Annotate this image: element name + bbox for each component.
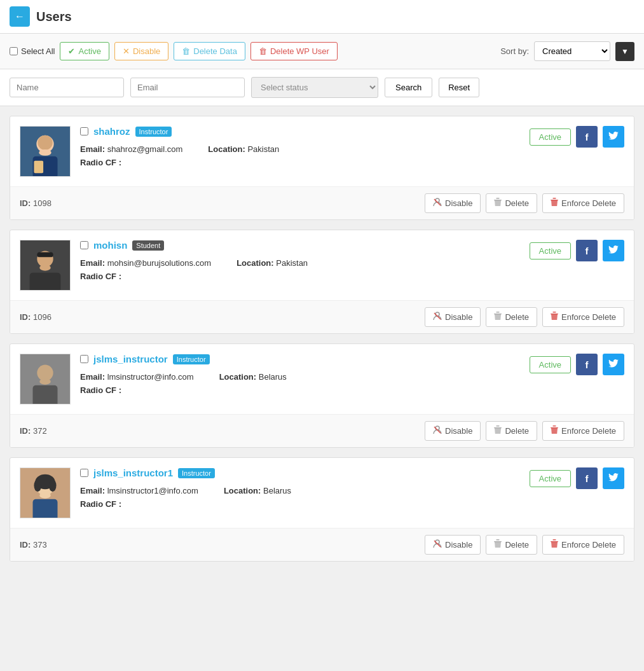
svg-rect-36 (33, 499, 58, 518)
user-active-button[interactable]: Active (530, 242, 571, 259)
email-label: Email: (80, 372, 105, 382)
user-info: mohisn Student Email: mohsin@burujsoluti… (80, 240, 520, 285)
user-card: mohisn Student Email: mohsin@burujsoluti… (10, 230, 634, 334)
delete-action-button[interactable]: Delete (486, 535, 537, 555)
enforce-delete-icon (551, 539, 558, 550)
user-id: ID: 373 (20, 540, 425, 550)
user-id: ID: 1096 (20, 312, 425, 322)
user-id: ID: 1098 (20, 198, 425, 208)
user-email: Email: shahroz@gmail.com (80, 144, 182, 154)
user-details: Email: lmsinstructor1@info.com Location:… (80, 486, 520, 499)
user-email: Email: lmsinstructor@info.com (80, 372, 194, 382)
facebook-button[interactable]: f (576, 467, 598, 489)
user-name-row: mohisn Student (80, 240, 520, 251)
twitter-button[interactable] (603, 240, 624, 261)
user-details: Email: shahroz@gmail.com Location: Pakis… (80, 144, 520, 158)
user-active-button[interactable]: Active (530, 128, 571, 146)
disable-action-button[interactable]: Disable (425, 535, 481, 555)
footer-actions: Disable Delete Enforce Delete (425, 193, 624, 213)
disable-button[interactable]: ✕ Disable (114, 42, 168, 60)
search-button[interactable]: Search (385, 78, 432, 97)
delete-action-button[interactable]: Delete (486, 193, 537, 213)
user-card-main: jslms_instructor1 Instructor Email: lmsi… (10, 458, 634, 528)
radio-cf-label: Radio CF : (80, 272, 121, 281)
select-all-input[interactable] (10, 47, 18, 55)
username[interactable]: jslms_instructor1 (93, 467, 173, 478)
delete-action-button[interactable]: Delete (486, 421, 537, 441)
sort-direction-button[interactable]: ▼ (615, 42, 634, 61)
username[interactable]: mohisn (93, 240, 127, 251)
username[interactable]: shahroz (93, 126, 130, 137)
user-card-main: jslms_instructor Instructor Email: lmsin… (10, 344, 634, 414)
user-radio-cf: Radio CF : (80, 158, 520, 167)
avatar (20, 126, 71, 177)
disable-action-button[interactable]: Disable (425, 421, 481, 441)
enforce-delete-button[interactable]: Enforce Delete (542, 307, 624, 327)
twitter-button[interactable] (603, 126, 624, 148)
delete-action-button[interactable]: Delete (486, 307, 537, 327)
toolbar-right: Sort by: Created Name Email ID ▼ (500, 41, 634, 61)
user-card-footer: ID: 1096 Disable Delete (10, 300, 634, 333)
footer-actions: Disable Delete Enforce Delete (425, 307, 624, 327)
radio-cf-label: Radio CF : (80, 499, 121, 509)
page-title: Users (36, 10, 72, 24)
svg-point-16 (39, 265, 51, 271)
avatar (20, 240, 71, 291)
reset-button[interactable]: Reset (439, 78, 479, 97)
name-filter-input[interactable] (10, 78, 124, 97)
disable-user-icon (433, 198, 442, 209)
user-card: jslms_instructor1 Instructor Email: lmsi… (10, 457, 634, 562)
delete-data-label: Delete Data (193, 46, 237, 56)
delete-icon (494, 312, 502, 322)
user-name-row: jslms_instructor Instructor (80, 354, 520, 364)
footer-actions: Disable Delete Enforce Delete (425, 421, 624, 441)
facebook-icon: f (586, 359, 589, 370)
user-location: Location: Pakistan (208, 144, 279, 154)
id-label: ID: (20, 312, 31, 322)
user-active-button[interactable]: Active (530, 356, 571, 373)
svg-rect-20 (497, 312, 500, 313)
facebook-button[interactable]: f (576, 240, 598, 261)
check-icon: ✔ (68, 46, 75, 56)
select-all-checkbox[interactable]: Select All (10, 46, 55, 56)
user-active-button[interactable]: Active (530, 470, 571, 487)
user-card-actions: Active f (530, 126, 624, 148)
user-select-checkbox[interactable] (80, 127, 88, 135)
enforce-delete-icon (551, 312, 558, 322)
avatar (20, 354, 71, 405)
user-card-footer: ID: 373 Disable Delete (10, 528, 634, 561)
back-button[interactable]: ← (10, 6, 30, 27)
status-filter-select[interactable]: Select status Active Disabled (251, 77, 378, 98)
user-radio-cf: Radio CF : (80, 272, 520, 281)
facebook-button[interactable]: f (576, 354, 598, 375)
user-info: shahroz Instructor Email: shahroz@gmail.… (80, 126, 520, 171)
user-select-checkbox[interactable] (80, 241, 88, 249)
delete-data-button[interactable]: 🗑 Delete Data (174, 42, 245, 60)
email-filter-input[interactable] (130, 78, 245, 97)
facebook-button[interactable]: f (576, 126, 598, 148)
disable-action-button[interactable]: Disable (425, 307, 481, 327)
disable-action-button[interactable]: Disable (425, 193, 481, 213)
select-all-label: Select All (21, 46, 55, 56)
sort-select[interactable]: Created Name Email ID (534, 41, 610, 61)
svg-rect-9 (497, 198, 500, 199)
radio-cf-label: Radio CF : (80, 158, 121, 167)
twitter-button[interactable] (603, 467, 624, 489)
svg-rect-32 (553, 425, 556, 427)
enforce-delete-button[interactable]: Enforce Delete (542, 421, 624, 441)
disable-user-icon (433, 539, 442, 550)
delete-icon (494, 539, 502, 550)
user-select-checkbox[interactable] (80, 469, 88, 477)
id-label: ID: (20, 540, 31, 550)
user-location: Location: Belarus (219, 372, 287, 382)
active-button[interactable]: ✔ Active (60, 42, 109, 60)
user-select-checkbox[interactable] (80, 355, 88, 363)
email-label: Email: (80, 144, 105, 154)
username[interactable]: jslms_instructor (93, 354, 168, 364)
twitter-button[interactable] (603, 354, 624, 375)
enforce-delete-button[interactable]: Enforce Delete (542, 193, 624, 213)
delete-wp-user-button[interactable]: 🗑 Delete WP User (250, 42, 338, 60)
user-id: ID: 372 (20, 426, 425, 436)
location-label: Location: (219, 372, 257, 382)
enforce-delete-button[interactable]: Enforce Delete (542, 535, 624, 555)
